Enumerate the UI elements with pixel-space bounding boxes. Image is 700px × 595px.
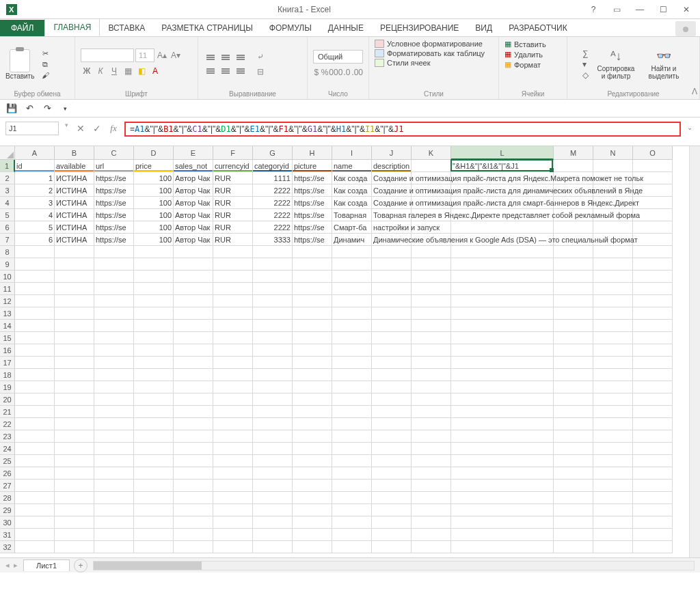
cell[interactable] xyxy=(174,344,213,357)
cell[interactable] xyxy=(293,344,332,357)
col-header-O[interactable]: O xyxy=(633,146,673,160)
cell[interactable] xyxy=(451,541,554,553)
underline-button[interactable]: Ч xyxy=(108,65,120,77)
cell[interactable] xyxy=(213,258,253,271)
paste-button[interactable]: Вставить xyxy=(5,49,34,80)
cell[interactable] xyxy=(293,369,332,381)
cell[interactable] xyxy=(134,541,174,553)
cell[interactable] xyxy=(332,393,372,406)
row-header-10[interactable]: 10 xyxy=(0,271,15,283)
cell[interactable] xyxy=(293,271,332,283)
row-header-26[interactable]: 26 xyxy=(0,467,15,480)
cell[interactable] xyxy=(332,504,372,516)
column-headers[interactable]: ABCDEFGHIJKLMNO xyxy=(15,146,673,160)
cell[interactable]: available xyxy=(55,160,94,172)
cell[interactable] xyxy=(293,307,332,320)
cell[interactable] xyxy=(15,455,55,467)
cell[interactable] xyxy=(134,344,174,357)
cell[interactable] xyxy=(554,369,593,381)
cell[interactable]: Как созда xyxy=(332,172,372,184)
cell[interactable] xyxy=(332,455,372,467)
cell[interactable] xyxy=(451,467,554,480)
cell[interactable] xyxy=(94,443,134,455)
cell[interactable] xyxy=(174,455,213,467)
sheet-nav-last-icon[interactable]: ▸ xyxy=(12,561,19,570)
cell[interactable] xyxy=(593,160,633,172)
cell[interactable] xyxy=(55,443,94,455)
cell[interactable] xyxy=(94,492,134,504)
cell[interactable] xyxy=(94,307,134,320)
tab-file[interactable]: ФАЙЛ xyxy=(0,20,44,36)
cell[interactable] xyxy=(293,529,332,541)
collapse-ribbon-icon[interactable]: ᐱ xyxy=(692,87,697,96)
cell[interactable] xyxy=(55,357,94,369)
cell[interactable] xyxy=(412,504,451,516)
cell[interactable] xyxy=(412,480,451,492)
cell[interactable] xyxy=(174,504,213,516)
cell[interactable] xyxy=(15,467,55,480)
sheet-tab-1[interactable]: Лист1 xyxy=(23,559,70,571)
cell[interactable] xyxy=(633,393,673,406)
inc-decimal-icon[interactable]: .0 xyxy=(343,66,350,79)
cell[interactable] xyxy=(451,516,554,529)
tab-developer[interactable]: РАЗРАБОТЧИК xyxy=(500,20,576,36)
clear-icon[interactable]: ◇ xyxy=(582,70,589,80)
cell[interactable] xyxy=(293,418,332,430)
cell[interactable] xyxy=(372,541,412,553)
cell[interactable]: 100 xyxy=(134,234,174,246)
cell[interactable]: https://se xyxy=(94,184,134,197)
cell[interactable] xyxy=(213,406,253,418)
cell[interactable]: id xyxy=(15,160,55,172)
cell[interactable] xyxy=(412,307,451,320)
cell[interactable] xyxy=(134,246,174,258)
cell[interactable]: 1 xyxy=(15,172,55,184)
cell[interactable] xyxy=(451,357,554,369)
col-header-C[interactable]: C xyxy=(94,146,134,160)
cell[interactable] xyxy=(372,369,412,381)
tab-data[interactable]: ДАННЫЕ xyxy=(320,20,372,36)
cell[interactable]: Динамич xyxy=(332,234,372,246)
cell[interactable] xyxy=(332,418,372,430)
cell[interactable] xyxy=(633,295,673,307)
cell[interactable] xyxy=(293,504,332,516)
cell[interactable] xyxy=(213,393,253,406)
cell[interactable] xyxy=(451,418,554,430)
merge-button[interactable]: ⊟ xyxy=(254,66,267,78)
cell[interactable] xyxy=(134,332,174,344)
name-box[interactable]: J1 xyxy=(5,122,59,135)
cell[interactable] xyxy=(412,381,451,393)
cell[interactable]: RUR xyxy=(213,234,253,246)
cell[interactable]: "&H1&"|"&I1&"|"&J1 xyxy=(451,160,554,172)
cell[interactable] xyxy=(15,406,55,418)
cell[interactable] xyxy=(253,246,293,258)
row-header-21[interactable]: 21 xyxy=(0,406,15,418)
cell[interactable] xyxy=(55,271,94,283)
cell[interactable] xyxy=(554,541,593,553)
row-header-27[interactable]: 27 xyxy=(0,480,15,492)
cell[interactable] xyxy=(554,344,593,357)
cell[interactable] xyxy=(593,541,633,553)
cell[interactable] xyxy=(593,221,633,234)
cell[interactable] xyxy=(293,516,332,529)
cell[interactable] xyxy=(332,529,372,541)
cell[interactable] xyxy=(134,258,174,271)
cell[interactable] xyxy=(332,516,372,529)
cell[interactable] xyxy=(253,504,293,516)
fill-icon[interactable]: ▾ xyxy=(582,59,589,69)
cell[interactable] xyxy=(134,504,174,516)
cell[interactable] xyxy=(412,541,451,553)
redo-icon[interactable]: ↷ xyxy=(41,102,53,115)
cell[interactable] xyxy=(372,283,412,295)
row-header-17[interactable]: 17 xyxy=(0,357,15,369)
cell[interactable] xyxy=(293,406,332,418)
cell[interactable] xyxy=(372,332,412,344)
cell[interactable] xyxy=(451,271,554,283)
tab-formulas[interactable]: ФОРМУЛЫ xyxy=(261,20,320,36)
cell[interactable] xyxy=(593,480,633,492)
cell[interactable] xyxy=(55,381,94,393)
cell[interactable] xyxy=(633,234,673,246)
cell[interactable] xyxy=(633,406,673,418)
find-select-button[interactable]: 👓 Найти и выделить xyxy=(643,49,684,80)
row-header-19[interactable]: 19 xyxy=(0,381,15,393)
cell[interactable] xyxy=(332,246,372,258)
